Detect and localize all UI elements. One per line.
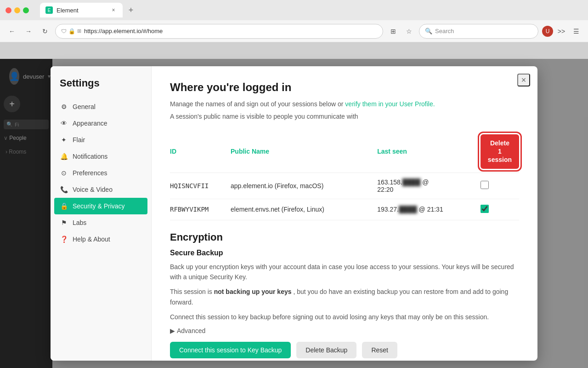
tab-close-button[interactable]: ×	[110, 6, 117, 14]
user-profile-link[interactable]: verify them in your User Profile.	[345, 100, 435, 108]
reset-button[interactable]: Reset	[362, 342, 397, 358]
app-background: 👤 devuser ▾ + 🔍 Fi ∨ People › Rooms Sett…	[0, 59, 588, 368]
close-button[interactable]: ×	[517, 74, 530, 86]
sidebar-item-label: Preferences	[73, 169, 107, 177]
session-checkbox-1[interactable]	[481, 181, 489, 189]
encryption-title: Encryption	[170, 231, 519, 243]
preferences-icon: ⊙	[60, 169, 68, 177]
settings-nav: Settings ⚙ General 👁 Appearance ✦ Flair …	[51, 66, 152, 361]
col-last-seen: Last seen	[377, 131, 481, 172]
session-name-1: app.element.io (Firefox, macOS)	[231, 172, 377, 199]
menu-button[interactable]: ☰	[570, 25, 582, 38]
gear-icon: ⚙	[60, 103, 68, 111]
col-public-name: Public Name	[231, 131, 377, 172]
lock-icon: 🔒	[68, 28, 75, 34]
forward-button[interactable]: →	[22, 25, 35, 38]
sessions-table: ID Public Name Last seen Delete 1session	[170, 131, 519, 220]
sidebar-item-security[interactable]: 🔒 Security & Privacy	[54, 198, 147, 214]
settings-title: Settings	[51, 77, 151, 98]
checkbox-cell-1	[481, 172, 519, 199]
col-delete: Delete 1session	[481, 131, 519, 172]
star-icon: ✦	[60, 136, 68, 144]
sidebar-item-label: Appearance	[73, 120, 107, 127]
sidebar-item-label: General	[73, 103, 96, 110]
encryption-section: Encryption Secure Backup Back up your en…	[170, 231, 519, 358]
table-row: HQISNCVFII app.element.io (Firefox, macO…	[170, 172, 519, 199]
sessions-desc-text1: Manage the names of and sign out of your…	[170, 100, 345, 108]
delete-backup-button[interactable]: Delete Backup	[296, 342, 356, 358]
address-icons: 🛡 🔒 ⊞	[61, 28, 81, 34]
session-name-2: element.envs.net (Firefox, Linux)	[231, 199, 377, 220]
action-buttons: Connect this session to Key Backup Delet…	[170, 342, 519, 358]
advanced-arrow-icon: ▶	[170, 327, 175, 334]
sidebar-item-label: Security & Privacy	[73, 202, 125, 210]
eye-icon: 👁	[60, 119, 68, 127]
sidebar-item-voice[interactable]: 📞 Voice & Video	[51, 181, 151, 198]
sidebar-item-label: Flair	[73, 136, 85, 144]
sessions-description: Manage the names of and sign out of your…	[170, 99, 519, 109]
overflow-button[interactable]: >>	[555, 25, 568, 38]
backup-status-text: This session is not backing up your keys…	[170, 287, 519, 307]
backup-title: Secure Backup	[170, 249, 519, 257]
delete-session-button[interactable]: Delete 1session	[481, 134, 519, 169]
window-close-button[interactable]	[6, 7, 11, 13]
nav-right-icons: U >> ☰	[542, 25, 582, 38]
search-icon: 🔍	[425, 28, 432, 34]
advanced-toggle[interactable]: ▶ Advanced	[170, 327, 519, 334]
window-controls	[6, 7, 29, 13]
settings-content: × Where you're logged in Manage the name…	[152, 66, 537, 361]
back-button[interactable]: ←	[6, 25, 18, 38]
new-tab-button[interactable]: +	[124, 4, 137, 17]
sidebar-item-labs[interactable]: ⚑ Labs	[51, 214, 151, 231]
backup-description: Back up your encryption keys with your a…	[170, 262, 519, 282]
element-favicon: E	[45, 6, 53, 14]
refresh-button[interactable]: ↻	[39, 25, 51, 38]
address-bar[interactable]: 🛡 🔒 ⊞ https://app.element.io/#/home	[55, 24, 383, 39]
tab-title: Element	[57, 7, 79, 14]
warning-text: Connect this session to key backup befor…	[170, 312, 519, 322]
lock-icon: 🔒	[60, 202, 68, 210]
privacy-shield-icon: 🛡	[61, 28, 67, 34]
star-button[interactable]: ☆	[402, 25, 415, 38]
checkbox-cell-2	[481, 199, 519, 220]
sidebar-item-appearance[interactable]: 👁 Appearance	[51, 115, 151, 132]
browser-search-bar[interactable]: 🔍 Search	[419, 24, 538, 39]
last-seen-2: 193.27.████ @ 21:31	[377, 199, 481, 220]
sidebar-item-notifications[interactable]: 🔔 Notifications	[51, 148, 151, 165]
browser-tab[interactable]: E Element ×	[40, 3, 123, 17]
sidebar-item-general[interactable]: ⚙ General	[51, 98, 151, 115]
help-icon: ❓	[60, 235, 68, 243]
session-checkbox-2[interactable]	[481, 205, 489, 213]
sessions-desc2: A session's public name is visible to pe…	[170, 112, 519, 121]
sessions-title: Where you're logged in	[170, 81, 519, 94]
reader-icon: ⊞	[77, 28, 81, 34]
extensions-icon[interactable]: U	[542, 26, 553, 37]
bookmarks-button[interactable]: ⊞	[387, 25, 400, 38]
phone-icon: 📞	[60, 185, 68, 194]
sidebar-item-label: Help & About	[73, 236, 110, 243]
sessions-section: Where you're logged in Manage the names …	[170, 81, 519, 220]
session-id-2: RFBWYVIKPM	[170, 199, 231, 220]
bell-icon: 🔔	[60, 152, 68, 161]
flag-icon: ⚑	[60, 218, 68, 227]
sidebar-item-label: Notifications	[73, 153, 107, 160]
browser-chrome: E Element × + ← → ↻ 🛡 🔒 ⊞ https://app.el…	[0, 0, 588, 42]
modal-overlay: Settings ⚙ General 👁 Appearance ✦ Flair …	[0, 59, 588, 368]
address-text[interactable]: https://app.element.io/#/home	[84, 28, 377, 34]
table-row: RFBWYVIKPM element.envs.net (Firefox, Li…	[170, 199, 519, 220]
sidebar-item-flair[interactable]: ✦ Flair	[51, 132, 151, 148]
navigation-bar: ← → ↻ 🛡 🔒 ⊞ https://app.element.io/#/hom…	[0, 20, 588, 42]
session-id-1: HQISNCVFII	[170, 172, 231, 199]
sidebar-item-help[interactable]: ❓ Help & About	[51, 231, 151, 247]
connect-key-backup-button[interactable]: Connect this session to Key Backup	[170, 342, 291, 358]
window-minimize-button[interactable]	[14, 7, 20, 13]
status-bold: not backing up your keys	[214, 288, 292, 295]
sidebar-item-label: Labs	[73, 219, 86, 226]
status-prefix: This session is	[170, 288, 214, 295]
window-maximize-button[interactable]	[23, 7, 29, 13]
sidebar-item-preferences[interactable]: ⊙ Preferences	[51, 165, 151, 181]
advanced-label: Advanced	[177, 327, 205, 334]
settings-modal: Settings ⚙ General 👁 Appearance ✦ Flair …	[51, 66, 537, 361]
col-id: ID	[170, 131, 231, 172]
title-bar: E Element × +	[0, 0, 588, 20]
